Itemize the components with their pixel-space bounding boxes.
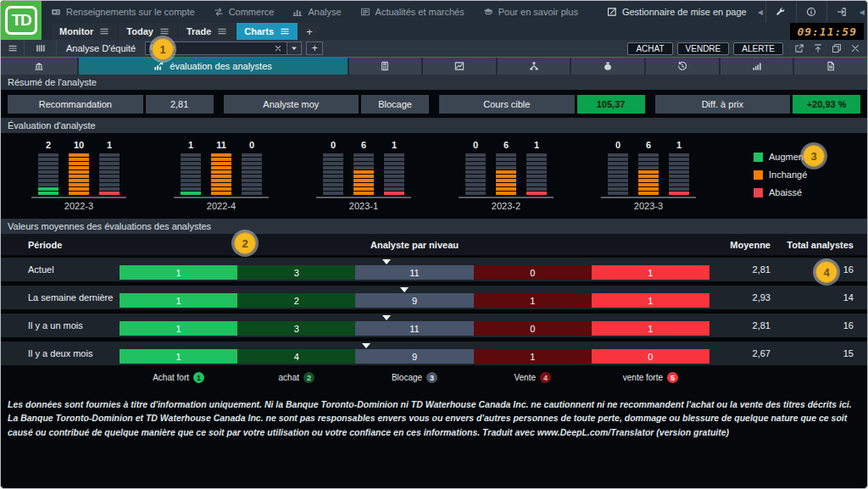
add-symbol-button[interactable]: + (306, 42, 323, 55)
workspace-tab-trade[interactable]: Trade (179, 23, 235, 40)
clock: 09:11:59 (797, 25, 857, 38)
table-row[interactable]: Actuel1311012,8116 (1, 258, 867, 281)
row-total-value: 16 (771, 314, 867, 337)
workspace-tab-monitor[interactable]: Monitor (52, 23, 117, 40)
rating-bar-segment (99, 192, 120, 195)
analysis-tab-money-bag[interactable] (571, 58, 644, 75)
workspace-tabs: MonitorTodayTradeCharts + 09:11:59 (42, 23, 867, 40)
add-workspace-tab-button[interactable]: + (299, 23, 320, 40)
columns-icon (36, 43, 46, 53)
level-segment: 9 (355, 349, 473, 364)
rating-bar-segment (242, 166, 262, 169)
rating-chart-group: 0612023-3 (577, 140, 720, 219)
history-icon (677, 61, 687, 71)
rating-bar-segment (384, 179, 404, 182)
menu-item-2[interactable]: Commerce (204, 1, 284, 23)
metric-value: Blocage (361, 95, 429, 114)
row-marker-track (120, 258, 709, 265)
table-row[interactable]: Il y a deux mois149102,6715 (1, 342, 867, 365)
rating-bar (38, 153, 58, 196)
columns-button[interactable] (25, 40, 57, 57)
analysis-tab-analyst-rating[interactable]: évaluation des analystes (79, 58, 348, 75)
analysis-tab-bank[interactable] (1, 58, 77, 75)
tools-button[interactable] (765, 1, 796, 23)
rating-bar-segment (69, 153, 89, 157)
collapse-right-icon[interactable]: ◀ (857, 1, 867, 23)
analyst-rating-icon (153, 61, 164, 71)
rating-baseline (31, 197, 126, 198)
menu-item-4[interactable]: Actualités et marchés (351, 1, 474, 23)
rating-bars (323, 153, 404, 196)
row-total-value: 15 (771, 342, 867, 365)
menu-item-5[interactable]: Pour en savoir plus (474, 1, 587, 23)
rating-bar-segment (323, 179, 343, 182)
rating-bar-value: 1 (526, 140, 547, 150)
rating-bar-value: 1 (384, 140, 404, 150)
rating-bar-segment (99, 158, 120, 161)
rating-bar-segment (465, 175, 486, 178)
achat-button[interactable]: ACHAT (627, 42, 672, 55)
table-row[interactable]: Il y a un mois1311012,8116 (1, 314, 867, 337)
table-row[interactable]: La semaine dernière129112,9314 (1, 286, 867, 309)
view-title: Analyse D'équité (57, 43, 145, 53)
row-period-label: Actuel (1, 258, 120, 281)
analysis-tab-network[interactable] (498, 58, 570, 75)
menu-item-1[interactable]: Renseignements sur le compte (42, 1, 204, 23)
rating-bar-segment (69, 187, 89, 191)
td-logo[interactable]: TD (1, 1, 42, 40)
rating-bar-values: 061 (465, 140, 547, 150)
rating-bar-segment (465, 192, 486, 195)
rating-bar-segment (181, 183, 201, 186)
table-legend-badge: 4 (540, 372, 551, 383)
workspace-tab-label: Monitor (59, 26, 93, 36)
table-legend-label: Blocage (392, 373, 422, 382)
rating-bar-segment (384, 158, 404, 161)
symbol-dropdown-button[interactable] (287, 42, 302, 55)
table-legend-label: vente forte (623, 373, 663, 382)
rating-bar-segment (496, 166, 516, 169)
rating-bar-segment (638, 170, 659, 174)
analysis-tab-signal-bars[interactable] (721, 58, 793, 75)
logout-button[interactable] (826, 1, 857, 23)
analysis-tab-history[interactable] (646, 58, 719, 75)
restore-button[interactable] (828, 41, 845, 56)
rating-bar-segment (242, 153, 262, 157)
rating-bar (353, 153, 374, 196)
workspace-tab-today[interactable]: Today (119, 23, 177, 40)
rating-bar-segment (608, 153, 628, 157)
workspace-tab-charts[interactable]: Charts (236, 23, 298, 40)
analysis-tab-strip: évaluation des analystes (1, 58, 867, 75)
rating-bar-segment (38, 175, 58, 178)
rating-bar-segment (526, 153, 547, 157)
rating-section-header: Évaluation d'analyste (1, 118, 867, 133)
rating-bar-segment (526, 170, 547, 174)
popout-button[interactable] (791, 41, 808, 56)
analysis-tab-line-chart[interactable] (423, 58, 496, 75)
rating-bars (465, 153, 547, 196)
alerte-button[interactable]: ALERTE (733, 42, 783, 55)
info-button[interactable] (796, 1, 826, 23)
annotation-circle-1: 1 (152, 38, 174, 60)
menu-item-3[interactable]: Analyse (283, 1, 350, 23)
collapse-left-icon[interactable]: ◀ (755, 1, 765, 23)
rating-bar-segment (669, 170, 689, 174)
level-segment: 0 (474, 321, 592, 336)
rating-bar (181, 153, 201, 196)
layout-manager-button[interactable]: Gestionnaire de mise en page (598, 1, 755, 23)
close-panel-button[interactable] (847, 41, 864, 56)
menu-item-label: Commerce (229, 7, 275, 17)
table-legend-item: achat2 (237, 368, 355, 387)
clear-search-icon[interactable] (273, 43, 283, 53)
analysis-tab-document[interactable] (794, 58, 867, 75)
level-segment: 11 (355, 265, 473, 280)
scroll-top-button[interactable] (810, 41, 826, 56)
rating-chart-group: 0612023-2 (435, 140, 577, 219)
mean-marker-icon (400, 287, 409, 292)
row-segments: 131101 (120, 265, 709, 280)
analysis-tab-calculator[interactable] (349, 58, 422, 75)
column-header-mean: Moyenne (709, 240, 771, 250)
vendre-button[interactable]: VENDRE (677, 42, 730, 55)
rating-bar-segment (669, 166, 689, 169)
panel-menu-button[interactable] (1, 40, 25, 57)
table-legend-item: vente forte5 (592, 368, 709, 387)
